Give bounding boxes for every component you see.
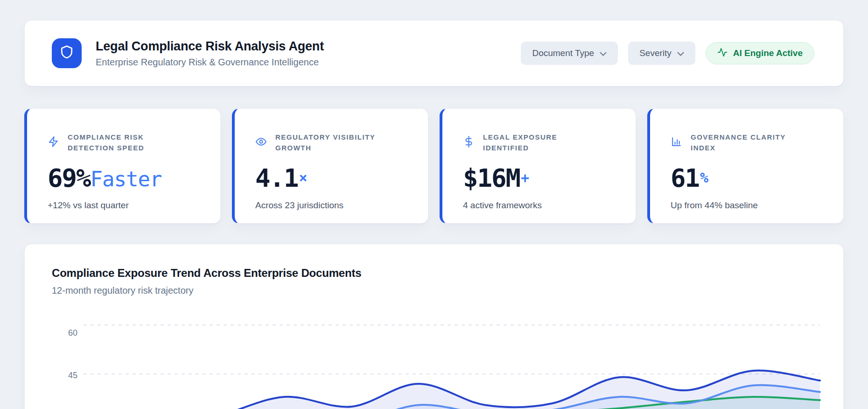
page-subtitle: Enterprise Regulatory Risk & Governance … — [96, 57, 324, 68]
dashboard: Legal Compliance Risk Analysis Agent Ent… — [0, 0, 868, 409]
chart-title: Compliance Exposure Trend Across Enterpr… — [52, 267, 843, 280]
stat-suffix: + — [521, 169, 529, 186]
stat-value: 69% — [48, 163, 91, 193]
eye-icon — [255, 136, 267, 149]
stat-card-governance-clarity: GOVERNANCE CLARITY INDEX 61% Up from 44%… — [647, 108, 844, 224]
stat-card-legal-exposure: LEGAL EXPOSURE IDENTIFIED $16M+ 4 active… — [440, 108, 636, 224]
stat-label: GOVERNANCE CLARITY INDEX — [691, 132, 804, 153]
chevron-down-icon — [677, 48, 684, 58]
stat-value-row: 61% — [671, 163, 829, 193]
stat-card-detection-speed: COMPLIANCE RISK DETECTION SPEED 69%Faste… — [24, 108, 221, 224]
stats-row: COMPLIANCE RISK DETECTION SPEED 69%Faste… — [24, 108, 844, 224]
stat-subtext: +12% vs last quarter — [48, 200, 206, 211]
stat-value-row: $16M+ — [463, 163, 622, 193]
bar-chart-icon — [671, 136, 682, 149]
y-tick-label: 45 — [68, 371, 77, 380]
trend-chart-card: Compliance Exposure Trend Across Enterpr… — [24, 244, 844, 409]
stat-subtext: Across 23 jurisdictions — [255, 200, 414, 211]
document-type-label: Document Type — [532, 48, 594, 58]
stat-card-visibility-growth: REGULATORY VISIBILITY GROWTH 4.1× Across… — [232, 108, 428, 224]
document-type-dropdown[interactable]: Document Type — [521, 42, 618, 65]
chart-subtitle: 12-month regulatory risk trajectory — [52, 285, 843, 296]
stat-value-row: 4.1× — [255, 163, 414, 193]
stat-value: $16M — [463, 163, 520, 193]
severity-dropdown[interactable]: Severity — [628, 42, 695, 65]
stat-suffix: % — [700, 169, 708, 186]
activity-pulse-icon — [717, 47, 728, 60]
stat-suffix: × — [299, 169, 308, 186]
stat-value: 61 — [671, 163, 699, 193]
dollar-icon — [463, 136, 475, 149]
y-tick-label: 60 — [68, 328, 77, 338]
stat-label: LEGAL EXPOSURE IDENTIFIED — [483, 132, 596, 153]
zap-icon — [48, 136, 59, 149]
header-text: Legal Compliance Risk Analysis Agent Ent… — [96, 39, 324, 68]
header-card: Legal Compliance Risk Analysis Agent Ent… — [24, 20, 844, 86]
stat-label: COMPLIANCE RISK DETECTION SPEED — [68, 132, 181, 153]
stat-label: REGULATORY VISIBILITY GROWTH — [275, 132, 388, 153]
chart-heading: Compliance Exposure Trend Across Enterpr… — [25, 244, 843, 296]
ai-engine-status-badge: AI Engine Active — [706, 42, 814, 64]
header-controls: Document Type Severity AI Engine Active — [521, 42, 814, 65]
stat-value: 4.1 — [255, 163, 298, 193]
stat-value-row: 69%Faster — [48, 163, 206, 193]
chevron-down-icon — [600, 48, 607, 58]
shield-icon — [59, 45, 74, 62]
severity-label: Severity — [639, 48, 672, 58]
status-badge-label: AI Engine Active — [733, 48, 803, 58]
stat-subtext: 4 active frameworks — [463, 200, 622, 211]
stat-subtext: Up from 44% baseline — [671, 200, 829, 211]
stat-suffix: Faster — [91, 167, 162, 191]
header-identity: Legal Compliance Risk Analysis Agent Ent… — [52, 38, 324, 68]
page-title: Legal Compliance Risk Analysis Agent — [96, 39, 324, 54]
app-logo — [52, 38, 82, 68]
